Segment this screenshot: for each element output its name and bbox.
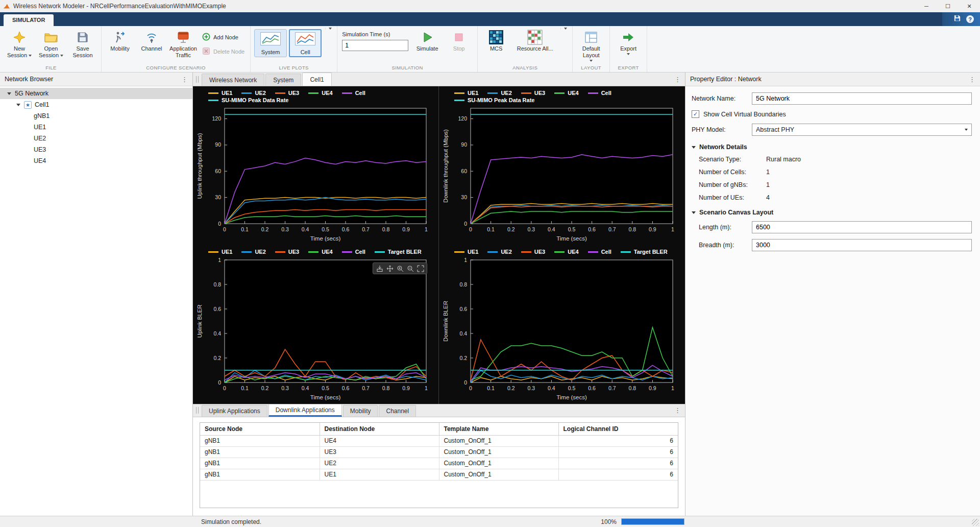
default-layout-button[interactable]: Default Layout [576,28,606,62]
x-tick-label: 0.5 [322,226,329,232]
table-row[interactable]: gNB1UE3Custom_OnOff_16 [200,446,678,458]
zoom-in-icon[interactable] [396,264,404,273]
legend-row: SU-MIMO Peak Data Rate [454,97,681,103]
restore-view-icon[interactable] [416,264,425,273]
channel-button[interactable]: Channel [137,28,166,52]
open-session-icon [44,29,58,45]
tree-node-ue3[interactable]: UE3 [0,144,192,155]
quick-save-icon[interactable] [953,14,961,24]
breadth-field[interactable] [752,239,972,251]
mcs-button[interactable]: MCS [481,28,511,52]
y-tick-label: 0.8 [459,281,467,288]
delete-node-button[interactable]: Delete Node [200,46,247,57]
property-editor-header: Property Editor : Network ⋮ [685,73,980,86]
cell-star-icon: ★ [24,101,32,109]
table-row[interactable]: gNB1UE4Custom_OnOff_16 [200,435,678,446]
property-editor-title: Property Editor : Network [690,76,762,83]
export-axes-icon[interactable] [375,264,384,273]
tabbar-menu-icon[interactable]: ⋮ [674,76,685,86]
resource-allocation-button[interactable]: Resource All... [513,28,557,52]
dropdown-caret-icon [29,55,32,57]
show-boundaries-label: Show Cell Virtual Boundaries [703,111,786,118]
charts-grid: UE1UE2UE3UE4CellSU-MIMO Peak Data Rate 0… [193,86,685,404]
show-boundaries-checkbox[interactable]: ✓ [692,110,699,118]
tree-node-ue4[interactable]: UE4 [0,155,192,166]
pan-icon[interactable] [385,264,394,273]
table-row[interactable]: gNB1UE1Custom_OnOff_16 [200,469,678,480]
legend-label: UE3 [534,90,545,96]
chart-plot-area[interactable]: 00.10.20.30.40.50.60.70.80.9100.20.40.60… [195,256,434,404]
analysis-dropdown-button[interactable] [560,28,569,30]
tab-simulator[interactable]: SIMULATOR [4,14,54,26]
network-name-field[interactable] [752,92,972,105]
tree-node-ue2[interactable]: UE2 [0,133,192,144]
tab-cell1[interactable]: Cell1 [302,73,331,86]
chart-plot-area[interactable]: 00.10.20.30.40.50.60.70.80.910306090120T… [195,104,434,245]
resize-grip-icon[interactable] [972,519,979,526]
expander-icon[interactable] [16,104,20,106]
panel-menu-icon[interactable]: ⋮ [969,76,975,83]
x-tick-label: 0.8 [628,226,636,232]
status-message: Simulation completed. [201,518,261,525]
system-plots-toggle[interactable]: System [254,29,287,57]
x-tick-label: 0.6 [588,226,596,232]
tree-node-cell1[interactable]: ★ Cell1 [0,99,192,110]
column-header-source-node[interactable]: Source Node [200,423,320,435]
tree-label: UE4 [34,157,46,164]
mobility-button[interactable]: Mobility [105,28,135,52]
network-details-section-header[interactable]: Network Details [692,143,972,151]
zoom-out-icon[interactable] [406,264,414,273]
column-header-template-name[interactable]: Template Name [439,423,558,435]
panel-grip-icon[interactable] [196,407,199,414]
ribbon-section-simulation: Simulation Time (s) Simulate Stop SIMULA… [337,26,478,72]
expander-icon[interactable] [7,92,11,95]
simulation-time-input[interactable] [342,40,408,51]
live-plots-dropdown-button[interactable] [325,28,333,30]
new-session-button[interactable]: New Session [5,28,34,59]
simulate-label: Simulate [416,45,438,52]
x-tick-label: 0 [223,385,226,391]
table-row[interactable]: gNB1UE2Custom_OnOff_16 [200,458,678,469]
simulate-button[interactable]: Simulate [412,28,442,52]
panel-grip-icon[interactable] [196,76,199,83]
tree-node-gnb1[interactable]: gNB1 [0,110,192,122]
chart-plot-area[interactable]: 00.10.20.30.40.50.60.70.80.910306090120T… [441,104,681,245]
add-node-button[interactable]: Add Node [200,32,247,43]
number-of-cells-row: Number of Cells: 1 [699,169,972,176]
column-header-logical-channel-id[interactable]: Logical Channel ID [558,423,678,435]
scenario-canvas-layout-section-header[interactable]: Scenario Canvas Layout [692,209,972,216]
cell-plots-toggle[interactable]: Cell [289,29,322,57]
legend-item-ue4: UE4 [554,249,578,255]
legend-row: UE1UE2UE3UE4CellTarget BLER [454,249,681,255]
tab-system[interactable]: System [265,74,301,86]
tree-node-5g-network[interactable]: 5G Network [0,88,192,99]
save-session-button[interactable]: Save Session [68,28,97,59]
phy-model-select[interactable]: Abstract PHY [752,124,972,136]
legend-item-ue2: UE2 [487,249,511,255]
tab-downlink-applications[interactable]: Downlink Applications [268,404,342,417]
close-button[interactable]: ✕ [959,0,980,12]
tab-wireless-network[interactable]: Wireless Network [202,74,264,86]
panel-menu-icon[interactable]: ⋮ [181,76,188,83]
maximize-button[interactable]: ☐ [937,0,959,12]
minimize-button[interactable]: ─ [916,0,937,12]
title-bar: Wireless Network Modeler - NRCellPerform… [0,0,980,12]
tree-node-ue1[interactable]: UE1 [0,122,192,133]
tab-uplink-applications[interactable]: Uplink Applications [202,405,267,417]
stop-button[interactable]: Stop [444,28,474,52]
tab-mobility[interactable]: Mobility [343,405,378,417]
tab-channel[interactable]: Channel [379,405,416,417]
open-session-button[interactable]: Open Session [36,28,66,59]
tabbar-menu-icon[interactable]: ⋮ [674,406,685,417]
help-icon[interactable]: ? [966,15,974,23]
chart-plot-area[interactable]: 00.10.20.30.40.50.60.70.80.9100.20.40.60… [441,256,681,404]
x-axis-label: Time (secs) [556,235,587,242]
legend-line-swatch [521,92,531,94]
x-tick-label: 0.5 [568,385,576,391]
export-button[interactable]: Export [614,28,643,55]
length-field[interactable] [752,221,972,233]
plot-box [225,108,426,224]
y-tick-label: 0.4 [213,330,221,337]
column-header-destination-node[interactable]: Destination Node [320,423,439,435]
application-traffic-button[interactable]: Application Traffic [168,28,198,59]
